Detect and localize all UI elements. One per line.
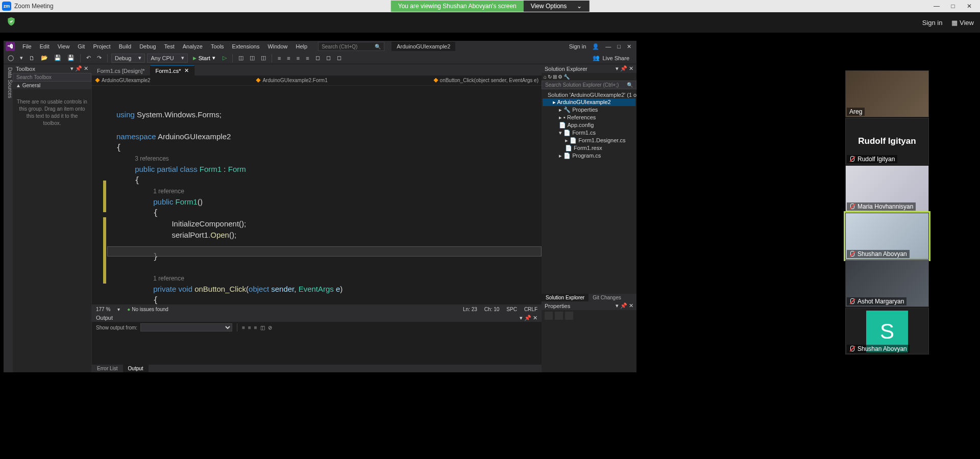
new-button[interactable]: 🗋 [27, 54, 37, 63]
tb-icon[interactable]: ⊘ [268, 325, 272, 330]
tab-solution-explorer[interactable]: Solution Explorer [542, 294, 589, 301]
tb-icon[interactable]: ⌂ [544, 74, 547, 80]
zoom-level[interactable]: 177 % [96, 307, 110, 312]
tb-icon[interactable]: ≡ [276, 54, 283, 63]
breadcrumb-method[interactable]: onButton_Click(object sender, EventArgs … [433, 78, 538, 83]
menu-test[interactable]: Test [161, 43, 178, 49]
tree-properties[interactable]: ▸ 🔧 Properties [543, 106, 635, 114]
tb-icon[interactable]: ◻ [313, 54, 322, 63]
menu-debug[interactable]: Debug [136, 43, 159, 49]
vs-maximize-button[interactable]: □ [617, 43, 621, 49]
tb-icon[interactable] [555, 312, 563, 320]
participant-tile[interactable]: Areg [845, 70, 929, 117]
close-icon[interactable]: ✕ [84, 65, 88, 71]
code-ref[interactable]: 3 references [135, 155, 169, 162]
tb-icon[interactable]: ⚙ [558, 74, 562, 80]
tb-icon[interactable]: ≡ [304, 54, 311, 63]
menu-build[interactable]: Build [115, 43, 135, 49]
redo-button[interactable]: ↷ [95, 54, 104, 63]
menu-window[interactable]: Window [264, 43, 291, 49]
zoom-signin-button[interactable]: Sign in [922, 19, 943, 27]
start-nodbg-button[interactable]: ▷ [220, 54, 229, 63]
close-icon[interactable]: ✕ [629, 302, 633, 309]
participant-tile[interactable]: Ashot Margaryan [845, 260, 929, 307]
open-button[interactable]: 📂 [39, 54, 50, 63]
tab-git-changes[interactable]: Git Changes [589, 294, 625, 301]
save-button[interactable]: 💾 [52, 54, 63, 63]
tree-appconfig[interactable]: 📄 App.config [543, 121, 635, 129]
maximize-button[interactable]: □ [949, 3, 957, 10]
undo-button[interactable]: ↶ [84, 54, 93, 63]
tb-icon[interactable] [565, 312, 573, 320]
breadcrumb-class[interactable]: ArduinoGUIexample2.Form1 [256, 78, 327, 83]
editor-tab-design[interactable]: Form1.cs [Design]* [92, 66, 151, 75]
saveall-button[interactable]: 💾 [65, 54, 77, 63]
tb-icon[interactable] [545, 312, 553, 320]
forward-button[interactable]: ▾ [18, 54, 25, 63]
tree-form1cs[interactable]: ▾ 📄 Form1.cs [543, 129, 635, 137]
breadcrumb-project[interactable]: ArduinoGUIexample2 [95, 78, 151, 83]
tree-solution-root[interactable]: Solution 'ArduinoGUIexample2' (1 of 1 pr… [543, 91, 635, 98]
tb-icon[interactable]: ≡ [242, 325, 245, 330]
zoom-view-button[interactable]: ▦ View [951, 19, 974, 27]
tab-output[interactable]: Output [123, 365, 149, 372]
tb-icon[interactable]: ≡ [254, 325, 257, 330]
tree-form1resx[interactable]: 📄 Form1.resx [543, 144, 635, 152]
code-ref[interactable]: 1 reference [153, 275, 184, 282]
menu-analyze[interactable]: Analyze [179, 43, 206, 49]
editor-tab-code[interactable]: Form1.cs* ✕ [151, 65, 194, 75]
toolbox-search-input[interactable]: Search Toolbox [13, 73, 91, 82]
tb-icon[interactable]: ↻ [548, 74, 552, 80]
participant-tile[interactable]: S Shushan Abovyan [845, 308, 929, 354]
issues-status[interactable]: No issues found [127, 307, 168, 312]
back-button[interactable]: ◯ [6, 54, 16, 63]
toolbox-group-general[interactable]: ▲ General [13, 82, 91, 89]
close-icon[interactable]: ✕ [184, 67, 189, 74]
tb-icon[interactable]: ◫ [260, 325, 265, 330]
menu-git[interactable]: Git [74, 43, 88, 49]
solution-search-input[interactable]: Search Solution Explorer (Ctrl+;)🔍 [542, 81, 636, 89]
participant-tile[interactable]: Rudolf Igityan Rudolf Igityan [845, 118, 929, 165]
output-source-dropdown[interactable] [140, 323, 232, 332]
tb-icon[interactable]: ≡ [285, 54, 292, 63]
tb-icon[interactable]: ◻ [324, 54, 333, 63]
tb-icon[interactable]: 🔧 [564, 74, 570, 80]
start-button[interactable]: Start ▾ [190, 55, 218, 61]
menu-tools[interactable]: Tools [207, 43, 228, 49]
config-dropdown[interactable]: Debug▾ [111, 54, 145, 63]
pin-icon[interactable]: ▾ 📌 [616, 65, 627, 71]
participant-tile[interactable]: Maria Hovhannisyan [845, 165, 929, 212]
pin-icon[interactable]: ▾ 📌 [70, 65, 82, 71]
live-share-button[interactable]: 👥Live Share [593, 55, 634, 61]
menu-project[interactable]: Project [89, 43, 114, 49]
menu-view[interactable]: View [54, 43, 74, 49]
tb-icon[interactable]: ◫ [236, 54, 246, 63]
vs-signin-button[interactable]: Sign in [569, 43, 586, 49]
close-button[interactable]: ✕ [966, 3, 973, 10]
vs-search-input[interactable]: Search (Ctrl+Q)🔍 [318, 42, 384, 51]
tab-error-list[interactable]: Error List [92, 365, 123, 372]
tb-icon[interactable]: ◫ [248, 54, 257, 63]
menu-extensions[interactable]: Extensions [229, 43, 263, 49]
minimize-button[interactable]: — [933, 3, 940, 10]
tb-icon[interactable]: ⊞ [553, 74, 557, 80]
pin-icon[interactable]: ▾ 📌 [616, 302, 627, 309]
platform-dropdown[interactable]: Any CPU▾ [147, 54, 187, 63]
solution-tree[interactable]: Solution 'ArduinoGUIexample2' (1 of 1 pr… [542, 89, 636, 294]
vs-minimize-button[interactable]: — [605, 43, 611, 49]
vs-close-button[interactable]: ✕ [627, 43, 631, 50]
tb-icon[interactable]: ◻ [335, 54, 344, 63]
menu-file[interactable]: File [19, 43, 35, 49]
view-options-dropdown[interactable]: View Options ⌄ [524, 1, 589, 12]
data-sources-rail[interactable]: Data Sources [4, 64, 13, 372]
tb-icon[interactable]: ◫ [259, 54, 268, 63]
tb-icon[interactable]: ≡ [248, 325, 251, 330]
vs-account-icon[interactable]: 👤 [592, 43, 599, 50]
participant-tile-active[interactable]: Shushan Abovyan [845, 213, 929, 260]
tree-references[interactable]: ▸ ▪ References [543, 114, 635, 121]
tree-project[interactable]: ▸ ArduinoGUIexample2 [543, 98, 635, 106]
pin-icon[interactable]: ▾ 📌 [520, 315, 531, 321]
code-ref[interactable]: 1 reference [153, 188, 184, 195]
menu-help[interactable]: Help [292, 43, 311, 49]
menu-edit[interactable]: Edit [36, 43, 53, 49]
